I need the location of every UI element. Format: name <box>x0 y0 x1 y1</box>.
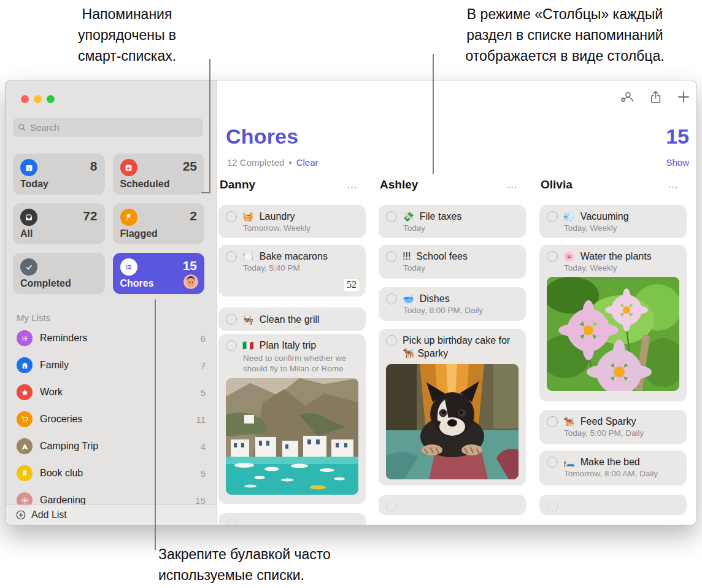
reminder-title: School fees <box>416 250 468 263</box>
reminder-plan-italy-trip[interactable]: 🇮🇹 Plan Italy trip Need to confirm wheth… <box>218 334 366 504</box>
reminder-checkbox[interactable] <box>386 211 397 222</box>
column-menu-button[interactable]: … <box>507 182 519 188</box>
today-label: Today <box>20 179 48 190</box>
today-count: 8 <box>90 159 98 174</box>
list-count: 4 <box>201 441 206 452</box>
reminder-make-the-bed[interactable]: 🛏️ Make the bed Tomorrow, 8:00 AM, Daily <box>539 451 687 485</box>
reminder-subtitle: Today, 8:00 PM, Daily <box>403 306 519 315</box>
tent-icon <box>17 438 33 454</box>
smart-list-all[interactable]: 72 All <box>13 203 105 244</box>
reminder-bake-macarons[interactable]: 🍽️ Bake macarons Today, 5:40 PM 52 <box>218 245 366 296</box>
reminder-checkbox[interactable] <box>547 416 558 427</box>
reminder-laundry[interactable]: 🧺 Laundry Tomorrow, Weekly <box>218 205 366 238</box>
callout-pin-lists: Закрепите булавкой часто используемые сп… <box>158 544 404 586</box>
list-label: Camping Trip <box>40 441 193 452</box>
reminder-clean-the-grill[interactable]: 👨🏽‍🍳 Clean the grill <box>218 308 366 331</box>
reminder-checkbox[interactable] <box>386 335 397 346</box>
reminder-checkbox[interactable] <box>226 211 237 222</box>
reminder-water-the-plants[interactable]: 🌸 Water the plants Today, Weekly <box>539 245 687 401</box>
list-label: Reminders <box>40 333 193 344</box>
completed-label: Completed <box>20 278 71 289</box>
search-input[interactable] <box>30 122 198 133</box>
list-item-reminders[interactable]: Reminders 6 <box>6 325 217 352</box>
reminder-note: Need to confirm whether we should fly to… <box>243 353 356 374</box>
column-menu-button[interactable]: … <box>347 182 358 188</box>
reminders-window: 1 8 Today 25 Scheduled <box>5 80 697 525</box>
new-reminder-placeholder[interactable] <box>539 495 687 515</box>
reminder-birthday-cake[interactable]: Pick up birthday cake for 🐕‍🦺 Sparky <box>379 329 526 485</box>
new-reminder-placeholder[interactable] <box>218 513 366 525</box>
new-reminder-checkbox[interactable] <box>547 501 558 512</box>
reminder-school-fees[interactable]: !!! School fees Today <box>379 245 526 279</box>
reminder-checkbox[interactable] <box>386 293 397 304</box>
close-button[interactable] <box>21 95 29 103</box>
my-lists-header: My Lists <box>17 312 50 323</box>
reminder-checkbox[interactable] <box>226 251 237 262</box>
smart-lists: 1 8 Today 25 Scheduled <box>13 153 204 294</box>
new-reminder-placeholder[interactable] <box>379 495 526 515</box>
search-field[interactable] <box>13 118 203 137</box>
cosmos-flowers-photo[interactable] <box>547 277 679 391</box>
list-item-family[interactable]: Family 7 <box>6 352 217 379</box>
italy-harbor-photo[interactable] <box>226 378 358 495</box>
smart-list-completed[interactable]: Completed <box>13 253 105 294</box>
reminder-checkbox[interactable] <box>226 340 237 351</box>
reminder-title: Vacuuming <box>580 210 629 223</box>
reminder-checkbox[interactable] <box>547 457 558 468</box>
reminder-checkbox[interactable] <box>386 251 397 262</box>
reminder-feed-sparky[interactable]: 🐕‍🦺 Feed Sparky Today, 5:00 PM, Daily <box>539 410 687 444</box>
minimize-button[interactable] <box>34 95 42 103</box>
list-item-camping-trip[interactable]: Camping Trip 4 <box>6 433 217 460</box>
new-reminder-checkbox[interactable] <box>226 519 237 525</box>
column-name: Ashley <box>380 178 418 191</box>
scheduled-count: 25 <box>183 159 197 174</box>
list-count: 6 <box>201 333 206 344</box>
add-list-label: Add List <box>31 509 67 520</box>
callout-line-bottom <box>155 300 156 550</box>
reminder-subtitle: Today <box>403 263 519 273</box>
dog-on-rug-photo[interactable] <box>386 364 519 479</box>
chores-count: 15 <box>183 258 197 273</box>
list-count: 7 <box>201 360 206 371</box>
smart-list-flagged[interactable]: 2 Flagged <box>113 203 205 244</box>
fullscreen-button[interactable] <box>47 95 55 103</box>
reminder-file-taxes[interactable]: 💸 File taxes Today <box>379 205 526 238</box>
reminder-vacuuming[interactable]: 💨 Vacuuming Today, Weekly <box>539 205 687 238</box>
smart-list-chores[interactable]: 15 Chores <box>113 253 205 294</box>
flag-icon <box>120 209 137 226</box>
checkmark-icon <box>20 258 37 276</box>
new-reminder-checkbox[interactable] <box>386 501 397 512</box>
svg-text:1: 1 <box>28 166 30 170</box>
add-list-button[interactable]: Add List <box>6 505 217 525</box>
reminder-dishes[interactable]: 🥣 Dishes Today, 8:00 PM, Daily <box>379 287 526 321</box>
reminder-title: Laundry <box>260 210 295 223</box>
column-name: Olivia <box>541 178 573 191</box>
reminder-title: Feed Sparky <box>580 415 636 428</box>
list-item-book-club[interactable]: Book club 5 <box>6 460 217 487</box>
reminder-checkbox[interactable] <box>547 251 558 262</box>
reminder-checkbox[interactable] <box>547 211 558 222</box>
callout-line-right <box>433 54 434 174</box>
reminder-title: Pick up birthday cake for 🐕‍🦺 Sparky <box>403 334 515 360</box>
reminder-subtitle: Today, 5:00 PM, Daily <box>564 428 679 438</box>
list-item-groceries[interactable]: Groceries 11 <box>6 406 217 433</box>
reminder-subtitle: Today <box>403 223 519 233</box>
reminder-title: Make the bed <box>580 455 640 468</box>
priority-marker: !!! <box>403 250 411 263</box>
reminder-checkbox[interactable] <box>226 314 237 325</box>
smart-list-today[interactable]: 1 8 Today <box>13 153 105 195</box>
list-item-work[interactable]: Work 5 <box>6 379 217 406</box>
list-count: 5 <box>201 387 206 398</box>
column-danny: Danny … 🧺 Laundry Tomorrow, Weekly 🍽️ Ba… <box>218 80 366 525</box>
callout-line-left-tick <box>201 192 210 193</box>
callout-columns-view: В режиме «Столбцы» каждый раздел в списк… <box>428 4 702 66</box>
reminder-subtitle: Tomorrow, Weekly <box>243 223 358 233</box>
reminder-title: Plan Italy trip <box>260 339 316 352</box>
column-menu-button[interactable]: … <box>668 182 679 188</box>
column-olivia: Olivia … 💨 Vacuuming Today, Weekly 🌸 Wat… <box>539 80 687 525</box>
list-label: Family <box>40 360 193 371</box>
smart-list-scheduled[interactable]: 25 Scheduled <box>113 153 205 195</box>
reminder-emoji: 💨 <box>563 210 575 223</box>
attachment-thumbnail[interactable]: 52 <box>344 279 360 292</box>
reminder-title: File taxes <box>420 210 461 223</box>
